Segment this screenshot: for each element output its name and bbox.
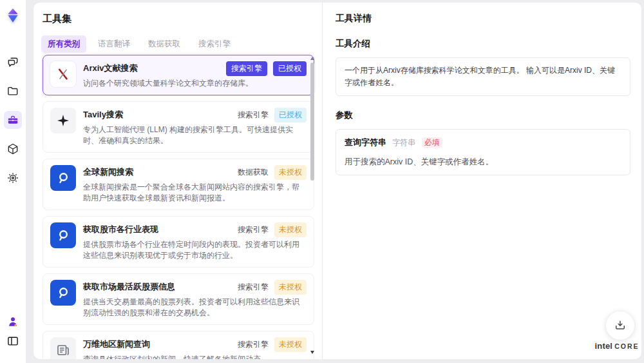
tab-search-engine[interactable]: 搜索引擎 xyxy=(192,35,237,53)
page-title: 工具集 xyxy=(43,13,71,25)
params-heading: 参数 xyxy=(336,110,641,121)
sidebar-item-toolbox[interactable] xyxy=(4,111,22,129)
tool-title: 万维地区新闻查询 xyxy=(83,337,238,350)
search-logo-icon xyxy=(50,280,76,306)
category-label: 搜索引擎 xyxy=(238,222,269,237)
param-required-badge: 必填 xyxy=(422,137,442,148)
tool-description: 提供当天交易量最高的股票列表。投资者可以利用这些信息来识别流动性强的股票和潜在的… xyxy=(83,297,307,319)
status-badge: 已授权 xyxy=(274,108,307,123)
sidebar-rail xyxy=(0,0,26,363)
status-badge: 已授权 xyxy=(273,61,307,76)
status-badge: 未授权 xyxy=(274,165,307,180)
param-type: 字符串 xyxy=(392,138,415,147)
tool-card-arxiv[interactable]: Arxiv文献搜索 搜索引擎 已授权 访问各个研究领域大量科学论文和文章的存储库… xyxy=(43,55,314,95)
tool-description: 提供股票市场各个行业在特定时间段内的表现。投资者可以利用这些信息来识别表现优于或… xyxy=(83,239,307,261)
sidebar-item-package[interactable] xyxy=(6,142,19,155)
tool-description: 查询具体行政区划内的新闻，快速了解各地新闻动态 xyxy=(83,354,307,359)
tool-list-section: 工具集 所有类别 语言翻译 数据获取 搜索引擎 Arxiv文献搜索 xyxy=(33,3,322,359)
tool-card-global-news[interactable]: 全球新闻搜索 数据获取 未授权 全球新闻搜索是一个聚合全球各大新闻网站内容的搜索… xyxy=(43,159,314,210)
tab-language-translation[interactable]: 语言翻译 xyxy=(91,35,137,53)
sidebar-item-panel-toggle[interactable] xyxy=(6,335,19,348)
app-logo-icon xyxy=(5,7,21,24)
tab-data-fetch[interactable]: 数据获取 xyxy=(142,35,187,53)
category-tabs: 所有类别 语言翻译 数据获取 搜索引擎 xyxy=(41,35,237,53)
param-description: 用于搜索的Arxiv ID、关键字或作者姓名。 xyxy=(345,155,621,168)
tab-all-categories[interactable]: 所有类别 xyxy=(41,35,86,53)
arxiv-logo-icon xyxy=(50,61,76,87)
sidebar-item-chat[interactable] xyxy=(6,55,19,68)
search-logo-icon xyxy=(50,222,76,248)
status-badge: 未授权 xyxy=(274,222,307,237)
scrollbar-up-arrow[interactable] xyxy=(310,57,314,60)
list-scrollbar[interactable] xyxy=(310,57,315,354)
tool-title: 全球新闻搜索 xyxy=(83,165,238,178)
category-label: 搜索引擎 xyxy=(238,108,269,123)
intro-box: 一个用于从Arxiv存储库搜索科学论文和文章的工具。 输入可以是Arxiv ID… xyxy=(336,57,630,96)
newspaper-icon xyxy=(50,337,76,359)
sidebar-item-user[interactable] xyxy=(6,315,19,328)
sidebar-item-settings[interactable] xyxy=(6,172,19,184)
tool-description: 专为人工智能代理 (LLM) 构建的搜索引擎工具。可快速提供实时、准确和真实的结… xyxy=(83,124,307,146)
tool-description: 全球新闻搜索是一个聚合全球各大新闻网站内容的搜索引擎，帮助用户快速获取全球最新资… xyxy=(83,182,307,204)
category-badge: 搜索引擎 xyxy=(226,61,267,76)
main-panel: 工具集 所有类别 语言翻译 数据获取 搜索引擎 Arxiv文献搜索 xyxy=(33,3,641,359)
category-label: 搜索引擎 xyxy=(238,280,269,295)
category-label: 搜索引擎 xyxy=(238,337,269,352)
search-logo-icon xyxy=(50,165,76,191)
tool-detail-section: 工具详情 工具介绍 一个用于从Arxiv存储库搜索科学论文和文章的工具。 输入可… xyxy=(323,3,641,359)
intro-heading: 工具介绍 xyxy=(336,38,641,50)
tool-card-regional-news[interactable]: 万维地区新闻查询 搜索引擎 未授权 查询具体行政区划内的新闻，快速了解各地新闻动… xyxy=(43,331,314,359)
intel-logo-text: intel xyxy=(594,341,612,351)
tool-title: 获取市场最活跃股票信息 xyxy=(83,280,238,293)
tool-title: Tavily搜索 xyxy=(83,108,238,121)
tool-card-tavily[interactable]: Tavily搜索 搜索引擎 已授权 专为人工智能代理 (LLM) 构建的搜索引擎… xyxy=(43,101,314,153)
param-box: 查询字符串 字符串 必填 用于搜索的Arxiv ID、关键字或作者姓名。 xyxy=(336,129,630,175)
intel-core-logo: intelCORE xyxy=(590,340,644,351)
intro-text: 一个用于从Arxiv存储库搜索科学论文和文章的工具。 输入可以是Arxiv ID… xyxy=(345,66,615,87)
sidebar-item-files[interactable] xyxy=(6,84,19,97)
scrollbar-thumb[interactable] xyxy=(310,63,314,181)
scrollbar-down-arrow[interactable] xyxy=(310,351,314,354)
param-name: 查询字符串 xyxy=(345,137,386,147)
tool-card-list: Arxiv文献搜索 搜索引擎 已授权 访问各个研究领域大量科学论文和文章的存储库… xyxy=(43,55,314,359)
tool-card-sector-performance[interactable]: 获取股市各行业表现 搜索引擎 未授权 提供股票市场各个行业在特定时间段内的表现。… xyxy=(43,216,314,268)
detail-title: 工具详情 xyxy=(336,13,641,25)
tool-description: 访问各个研究领域大量科学论文和文章的存储库。 xyxy=(83,78,307,89)
status-badge: 未授权 xyxy=(274,337,307,352)
download-icon xyxy=(614,319,627,332)
param-row: 查询字符串 字符串 必填 xyxy=(345,136,621,150)
category-label: 数据获取 xyxy=(238,165,269,180)
download-button[interactable] xyxy=(606,311,634,340)
status-badge: 未授权 xyxy=(274,280,307,295)
tavily-star-icon xyxy=(50,108,76,133)
tool-title: 获取股市各行业表现 xyxy=(83,222,238,235)
tool-title: Arxiv文献搜索 xyxy=(83,61,226,74)
core-logo-text: CORE xyxy=(614,342,639,350)
tool-card-most-active-stocks[interactable]: 获取市场最活跃股票信息 搜索引擎 未授权 提供当天交易量最高的股票列表。投资者可… xyxy=(43,273,314,325)
